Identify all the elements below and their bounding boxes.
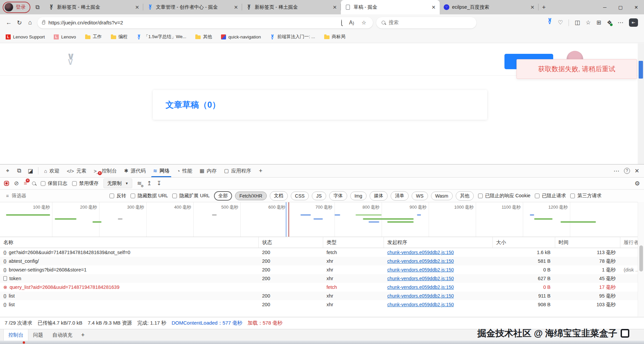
browser-tab-1[interactable]: 文章管理 - 创作者中心 - 掘金✕ xyxy=(143,0,242,14)
wallet-icon[interactable]: ❖ xyxy=(607,19,612,26)
table-row[interactable]: token200xhrchunk-vendors.e059ddb2.js:150… xyxy=(0,274,644,283)
preserve-log-checkbox[interactable]: 保留日志 xyxy=(41,180,67,187)
filter-pill--[interactable]: 字体 xyxy=(329,191,347,201)
column-header-3[interactable]: 发起程序 xyxy=(384,237,493,248)
invert-checkbox[interactable]: 反转 xyxy=(110,193,126,199)
table-row[interactable]: ⊗query_list?aid=2608&uuid=71487194781842… xyxy=(0,283,644,292)
filter-pill--[interactable]: 媒体 xyxy=(370,191,388,201)
filter-toggle-icon[interactable]: ≡✕ xyxy=(24,180,27,187)
tab-actions-menu-icon[interactable]: ⧉ xyxy=(32,4,42,11)
url-text[interactable]: https://juejin.cn/editor/drafts?v=2 xyxy=(48,20,336,26)
refresh-button[interactable]: ↻ xyxy=(14,19,25,26)
export-har-icon[interactable]: ↧ xyxy=(157,180,161,187)
juejin-logo-icon[interactable] xyxy=(65,53,77,68)
drawer-tab-2[interactable]: 自动填充 xyxy=(48,329,77,341)
drawer-tab-0[interactable]: 控制台 xyxy=(3,329,28,341)
initiator-link[interactable]: chunk-vendors.e059ddb2.js:150 xyxy=(387,250,454,255)
favorite-star-icon[interactable]: ☆ xyxy=(360,19,368,26)
devtools-tab-sources[interactable]: ✱源代码 xyxy=(121,164,150,177)
devtools-tab-network[interactable]: ≋网络 xyxy=(149,164,173,177)
hide-data-url-checkbox[interactable]: 隐藏数据 URL xyxy=(131,193,168,199)
import-har-icon[interactable]: ↥ xyxy=(147,180,152,187)
devtools-tab-memory[interactable]: ▦内存 xyxy=(196,164,220,177)
column-header-1[interactable]: 状态 xyxy=(259,237,323,248)
sidebar-toggle-button[interactable]: ⇤ xyxy=(629,18,638,27)
clear-network-log-icon[interactable]: ⊘ xyxy=(14,180,19,187)
filter-pill--[interactable]: 全部 xyxy=(214,191,232,201)
devtools-tab-home[interactable]: ⌂欢迎 xyxy=(40,164,63,177)
browser-tab-2[interactable]: 新标签页 - 稀土掘金✕ xyxy=(242,0,341,14)
tab-close-icon[interactable]: ✕ xyxy=(331,4,338,10)
disable-cache-checkbox[interactable]: 禁用缓存 xyxy=(72,180,98,187)
initiator-link[interactable]: chunk-vendors.e059ddb2.js:150 xyxy=(387,302,454,307)
bookmark-item-3[interactable]: 编程 xyxy=(111,34,128,40)
bookmark-item-6[interactable]: quick-navigation xyxy=(221,34,261,39)
address-bar[interactable]: https://juejin.cn/editor/drafts?v=2 A) ☆ xyxy=(37,17,373,28)
filter-checkbox-1[interactable]: 已阻止请求 xyxy=(535,193,566,199)
devtools-scrollbar[interactable] xyxy=(638,202,644,317)
juejin-extension-icon[interactable] xyxy=(547,20,552,26)
browser-tab-3[interactable]: 草稿 - 掘金✕ xyxy=(341,0,440,14)
filter-pill-ws[interactable]: WS xyxy=(412,192,428,200)
column-header-0[interactable]: 名称 xyxy=(0,237,259,248)
table-row[interactable]: {}list200xhrchunk-vendors.e059ddb2.js:15… xyxy=(0,300,644,309)
initiator-link[interactable]: chunk-vendors.e059ddb2.js:150 xyxy=(387,276,454,281)
device-emulation-icon[interactable]: ⧉ xyxy=(13,167,25,174)
devtools-help-icon[interactable]: ? xyxy=(624,168,630,174)
table-row[interactable]: {}abtest_config/200xhrchunk-vendors.e059… xyxy=(0,257,644,265)
collections-icon[interactable]: ⊞ xyxy=(597,19,601,26)
filter-pill-img[interactable]: Img xyxy=(350,192,367,200)
bookmark-item-7[interactable]: 前端算法入门一: ... xyxy=(270,34,315,40)
network-search-icon[interactable] xyxy=(32,182,36,185)
table-row[interactable]: {}browser-settings?bid=2608&store=1200xh… xyxy=(0,265,644,274)
initiator-link[interactable]: chunk-vendors.e059ddb2.js:150 xyxy=(387,258,454,264)
bookmark-item-5[interactable]: 其他 xyxy=(195,34,212,40)
devtools-tab-performance[interactable]: ◔性能 xyxy=(173,164,196,177)
filter-checkbox-2[interactable]: 第三方请求 xyxy=(570,193,602,199)
browser-tab-4[interactable]: ecilpse_百度搜索✕ xyxy=(440,0,539,14)
more-menu-icon[interactable]: ⋯ xyxy=(618,19,623,26)
tab-close-icon[interactable]: ✕ xyxy=(134,4,141,10)
filter-input[interactable]: ≡ 筛选器 xyxy=(3,192,105,200)
browser-essentials-icon[interactable]: ♡ xyxy=(558,19,563,26)
zoom-in-icon[interactable] xyxy=(339,20,344,26)
profile-button[interactable]: 登录 xyxy=(3,2,30,13)
drawer-tab-1[interactable]: 问题 xyxy=(28,329,48,341)
devtools-tab-console[interactable]: >_✕控制台 xyxy=(90,164,121,177)
devtools-scrollbar-thumb[interactable] xyxy=(639,245,643,271)
read-aloud-icon[interactable]: A) xyxy=(347,20,356,26)
filter-pill--[interactable]: 清单 xyxy=(391,191,409,201)
devtools-tab-application[interactable]: ▢应用程序 xyxy=(220,164,255,177)
network-settings-gear-icon[interactable]: ⚙ xyxy=(635,180,640,187)
initiator-link[interactable]: chunk-vendors.e059ddb2.js:150 xyxy=(387,284,454,290)
split-screen-icon[interactable]: ◫ xyxy=(575,19,580,26)
page-scrollbar-thumb[interactable] xyxy=(639,61,643,79)
initiator-link[interactable]: chunk-vendors.e059ddb2.js:150 xyxy=(387,293,454,299)
close-window-button[interactable]: ✕ xyxy=(628,0,644,14)
filter-pill-js[interactable]: JS xyxy=(312,192,326,200)
tab-close-icon[interactable]: ✕ xyxy=(232,4,239,10)
lock-icon[interactable] xyxy=(42,22,45,24)
search-box[interactable]: 搜索 xyxy=(376,17,476,28)
devtools-more-tabs-button[interactable]: + xyxy=(255,167,266,175)
devtools-menu-icon[interactable]: ⋯ xyxy=(614,167,619,175)
initiator-link[interactable]: chunk-vendors.e059ddb2.js:150 xyxy=(387,267,454,272)
bookmark-item-2[interactable]: 工作 xyxy=(85,34,102,40)
bookmark-item-0[interactable]: LLenovo Support xyxy=(6,34,45,39)
filter-pill-wasm[interactable]: Wasm xyxy=(431,192,453,200)
bookmark-item-1[interactable]: LLenovo xyxy=(54,34,76,39)
filter-checkbox-0[interactable]: 已阻止的响应 Cookie xyxy=(478,193,530,199)
bookmark-item-8[interactable]: 商标局 xyxy=(324,34,346,40)
new-tab-button[interactable]: + xyxy=(539,4,549,11)
filter-pill-css[interactable]: CSS xyxy=(291,192,309,200)
column-header-2[interactable]: 类型 xyxy=(323,237,384,248)
bookmark-item-4[interactable]: 「1.5w字总结」We... xyxy=(137,34,186,40)
table-row[interactable]: {}get?aid=2608&uuid=7148719478184281639&… xyxy=(0,248,644,257)
column-header-4[interactable]: 大小 xyxy=(493,237,555,248)
inspect-element-icon[interactable]: ⌖ xyxy=(2,167,13,174)
filter-pill-fetch-xhr[interactable]: Fetch/XHR xyxy=(235,192,266,200)
favorites-icon[interactable]: ☆ xyxy=(586,19,591,26)
minimize-button[interactable]: ─ xyxy=(597,0,613,14)
network-conditions-icon[interactable]: ≋ xyxy=(137,180,142,187)
throttling-dropdown[interactable]: 无限制 ▼ xyxy=(103,179,132,188)
